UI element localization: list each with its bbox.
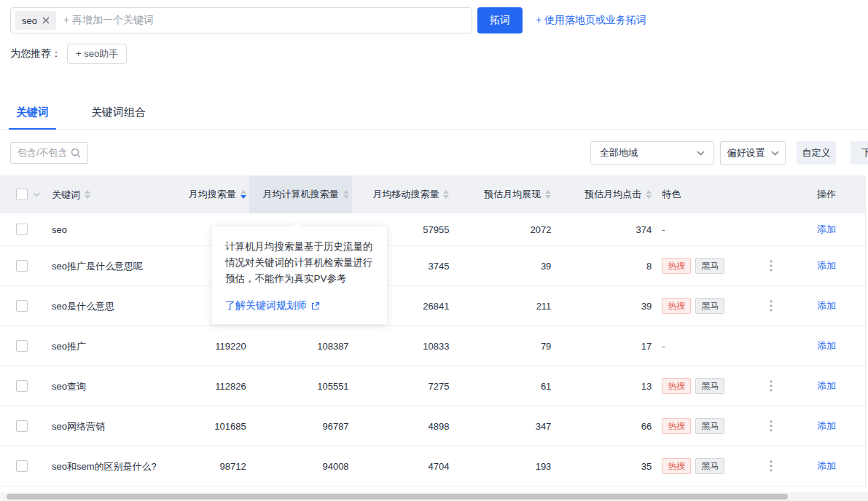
feature-cell: 热搜黑马 [657, 246, 783, 285]
column-header-pc-search[interactable]: 月均计算机搜索量 [249, 175, 352, 213]
column-header-label: 预估月均展现 [484, 188, 541, 201]
action-cell: 添加 [783, 406, 865, 446]
feature-cell: - [657, 213, 783, 245]
hot-search-badge: 热搜 [662, 418, 691, 434]
dark-horse-badge: 黑马 [695, 258, 724, 274]
impressions-cell: 61 [453, 366, 555, 406]
column-header-mobile-search[interactable]: 月均移动搜索量 [352, 175, 453, 213]
action-cell: 添加 [783, 366, 865, 406]
add-link[interactable]: 添加 [817, 299, 836, 312]
select-all-checkbox[interactable] [16, 189, 28, 200]
toolbar-right: 全部地域 偏好设置 自定义 下载 [590, 141, 868, 165]
row-checkbox[interactable] [16, 380, 28, 392]
clicks-cell: 35 [555, 446, 657, 486]
add-link[interactable]: 添加 [817, 459, 836, 473]
more-icon[interactable] [768, 299, 774, 313]
hot-search-badge: 热搜 [662, 458, 691, 474]
sort-icon[interactable] [545, 190, 551, 199]
pc-search-cell: 105551 [249, 366, 352, 406]
keyword-table: 关键词月均搜索量月均计算机搜索量月均移动搜索量预估月均展现预估月均点击特色操作 … [0, 175, 866, 486]
clicks-cell: 17 [555, 326, 657, 366]
mobile-search-cell: 10833 [352, 326, 453, 366]
horizontal-scrollbar-thumb[interactable] [7, 494, 788, 500]
horizontal-scrollbar[interactable] [0, 492, 868, 501]
mobile-search-cell: 4704 [352, 446, 453, 486]
keyword-cell: seo [44, 213, 175, 245]
monthly-search-cell: 119220 [175, 326, 249, 366]
download-button[interactable]: 下载 [851, 141, 868, 165]
impressions-cell: 39 [453, 246, 555, 285]
pc-search-cell: 108387 [249, 326, 352, 366]
keyword-tag: seo [15, 11, 56, 30]
keyword-cell: seo查询 [44, 366, 175, 406]
sort-icon[interactable] [646, 190, 652, 199]
select-all-cell [0, 175, 44, 213]
preference-settings-button[interactable]: 偏好设置 [720, 141, 786, 165]
region-select[interactable]: 全部地域 [590, 141, 714, 165]
tab-keywords[interactable]: 关键词 [9, 106, 56, 129]
tab-keyword-combination[interactable]: 关键词组合 [84, 106, 153, 129]
table-row: seo是什么意思2684121139热搜黑马添加 [0, 286, 865, 326]
column-header-label: 月均计算机搜索量 [263, 188, 339, 201]
contain-filter-input[interactable]: 包含/不包含 [10, 142, 88, 164]
recommend-keyword-chip[interactable]: + seo助手 [67, 44, 127, 64]
recommend-row: 为您推荐： + seo助手 [10, 44, 868, 64]
action-cell: 添加 [783, 246, 865, 285]
row-checkbox-cell [0, 406, 44, 446]
column-header-impressions[interactable]: 预估月均展现 [453, 175, 555, 213]
external-link-icon [310, 301, 320, 311]
column-header-monthly-search[interactable]: 月均搜索量 [175, 175, 249, 213]
sort-icon[interactable] [343, 190, 349, 199]
more-icon[interactable] [768, 459, 774, 473]
add-link[interactable]: 添加 [817, 339, 836, 352]
add-link[interactable]: 添加 [817, 419, 836, 433]
customize-button[interactable]: 自定义 [797, 141, 836, 165]
table-header-row: 关键词月均搜索量月均计算机搜索量月均移动搜索量预估月均展现预估月均点击特色操作 [0, 175, 865, 213]
keyword-cell: seo网络营销 [44, 406, 175, 446]
action-cell: 添加 [783, 326, 865, 366]
table-body: seo579552072374-添加seo推广是什么意思呢3745398热搜黑马… [0, 213, 865, 486]
feature-dash: - [662, 224, 665, 235]
dark-horse-badge: 黑马 [695, 418, 724, 434]
column-header-label: 预估月均点击 [584, 188, 641, 201]
keyword-planner-page: seo + 再增加一个关键词 拓词 + 使用落地页或业务拓词 为您推荐： + s… [0, 0, 868, 501]
add-link[interactable]: 添加 [817, 223, 836, 236]
row-checkbox[interactable] [16, 260, 28, 272]
clicks-cell: 8 [555, 246, 657, 285]
row-checkbox[interactable] [16, 224, 28, 235]
table-row: seo推广119220108387108337917-添加 [0, 326, 865, 366]
row-checkbox[interactable] [16, 340, 28, 352]
region-select-value: 全部地域 [600, 146, 638, 159]
add-link[interactable]: 添加 [817, 259, 836, 272]
row-checkbox-cell [0, 213, 44, 245]
add-link[interactable]: 添加 [817, 379, 836, 392]
row-checkbox[interactable] [16, 460, 28, 472]
more-icon[interactable] [768, 379, 774, 393]
close-icon[interactable] [42, 17, 50, 24]
expand-words-button[interactable]: 拓词 [477, 7, 523, 33]
row-checkbox[interactable] [16, 420, 28, 432]
sort-icon[interactable] [443, 190, 449, 199]
impressions-cell: 347 [453, 406, 555, 446]
row-checkbox[interactable] [16, 300, 28, 312]
sort-icon[interactable] [85, 190, 90, 199]
column-header-keyword[interactable]: 关键词 [44, 175, 175, 213]
keyword-cell: seo推广 [44, 326, 175, 366]
sort-icon[interactable] [241, 190, 246, 199]
more-icon[interactable] [768, 259, 774, 273]
impressions-cell: 79 [453, 326, 555, 366]
preference-settings-label: 偏好设置 [727, 146, 765, 159]
chevron-down-icon[interactable] [33, 192, 40, 197]
keyword-input[interactable]: seo + 再增加一个关键词 [10, 7, 472, 33]
row-checkbox-cell [0, 286, 44, 326]
landing-page-expand-link[interactable]: + 使用落地页或业务拓词 [536, 14, 646, 27]
column-header-clicks[interactable]: 预估月均点击 [555, 175, 657, 213]
table-row: seo推广是什么意思呢3745398热搜黑马添加 [0, 246, 865, 286]
feature-cell: 热搜黑马 [657, 366, 783, 406]
more-icon[interactable] [768, 419, 774, 433]
column-header-label: 操作 [817, 188, 836, 201]
pc-search-cell: 96787 [249, 406, 352, 446]
hot-search-badge: 热搜 [662, 298, 691, 314]
keyword-planner-link[interactable]: 了解关键词规划师 [225, 299, 320, 312]
recommend-label: 为您推荐： [10, 47, 61, 60]
